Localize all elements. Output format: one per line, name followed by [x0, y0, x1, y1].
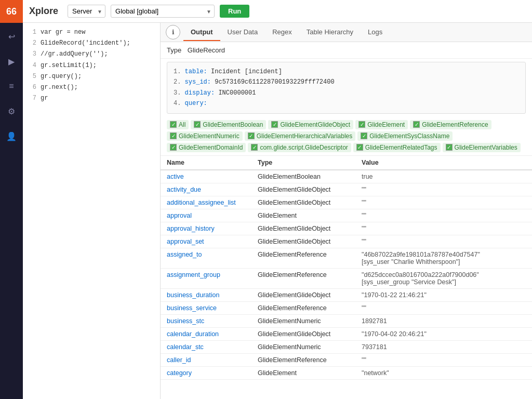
filter-badge-glideelementboolean[interactable]: GlideElementBoolean — [191, 120, 266, 129]
badge-label: GlideElementDomainId — [179, 144, 243, 151]
sidebar-icon-back[interactable]: ↩ — [0, 25, 23, 48]
info-button[interactable]: ℹ — [166, 25, 180, 39]
server-select[interactable]: Server — [68, 5, 105, 18]
cell-value: "" — [355, 209, 532, 222]
cell-value: "" — [355, 301, 532, 314]
line-text: gr — [41, 94, 48, 103]
badge-checkbox[interactable] — [358, 121, 365, 128]
output-area[interactable]: Type GlideRecord 1. table: Incident [inc… — [161, 42, 532, 399]
cell-type: GlideElement — [251, 209, 355, 222]
cell-type: GlideElementGlideObject — [251, 327, 355, 340]
tab-user-data[interactable]: User Data — [220, 24, 265, 41]
server-select-wrapper[interactable]: Server — [68, 5, 105, 18]
table-row: additional_assignee_listGlideElementGlid… — [161, 196, 532, 209]
record-line: 4. query: — [174, 98, 519, 109]
table-row: assigned_toGlideElementReference"46b8702… — [161, 248, 532, 268]
cell-type: GlideElement — [251, 366, 355, 379]
cell-value: "d625dccec0a8016700a222a0f7900d06"[sys_u… — [355, 268, 532, 288]
tab-regex[interactable]: Regex — [265, 24, 299, 41]
badge-checkbox[interactable] — [170, 132, 177, 139]
tab-output[interactable]: Output — [183, 24, 220, 41]
badge-checkbox[interactable] — [194, 121, 201, 128]
cell-name[interactable]: business_stc — [161, 314, 251, 327]
cell-name[interactable]: active — [161, 170, 251, 183]
badge-checkbox[interactable] — [170, 121, 177, 128]
table-row: assignment_groupGlideElementReference"d6… — [161, 268, 532, 288]
badge-checkbox[interactable] — [413, 121, 420, 128]
line-number: 6 — [27, 83, 36, 92]
sidebar-icon-run[interactable]: ▶ — [0, 50, 23, 73]
cell-value: "" — [355, 353, 532, 366]
cell-value: "1970-04-02 20:46:21" — [355, 327, 532, 340]
badge-checkbox[interactable] — [251, 144, 258, 151]
run-button[interactable]: Run — [220, 5, 249, 18]
cell-name[interactable]: approval — [161, 209, 251, 222]
filter-badge-glideelementhierarchicalvariables[interactable]: GlideElementHierarchicalVariables — [245, 131, 356, 141]
cell-type: GlideElementGlideObject — [251, 288, 355, 301]
cell-name[interactable]: category — [161, 366, 251, 379]
cell-name[interactable]: assignment_group — [161, 268, 251, 288]
cell-type: GlideElementNumeric — [251, 314, 355, 327]
filter-badge-all[interactable]: All — [167, 120, 189, 129]
tabs-container: OutputUser DataRegexTable HierarchyLogs — [183, 24, 390, 41]
tabs-bar: ℹ OutputUser DataRegexTable HierarchyLog… — [161, 23, 532, 42]
main-content: Xplore Server Global [global] Run 1var g… — [23, 0, 532, 399]
cell-value: "" — [355, 196, 532, 209]
filter-row: AllGlideElementBooleanGlideElementGlideO… — [161, 117, 532, 156]
filter-badge-com.glide.script.glidedescriptor[interactable]: com.glide.script.GlideDescriptor — [248, 143, 351, 152]
filter-badge-glideelementsysclassname[interactable]: GlideElementSysClassName — [357, 131, 453, 141]
badge-checkbox[interactable] — [271, 121, 278, 128]
filter-badge-glideelementrelatedtags[interactable]: GlideElementRelatedTags — [353, 143, 441, 152]
code-line: 2GlideRecord('incident'); — [23, 38, 160, 49]
badge-checkbox[interactable] — [361, 132, 367, 139]
sidebar-icon-user[interactable]: 👤 — [0, 125, 23, 148]
cell-name[interactable]: additional_assignee_list — [161, 196, 251, 209]
badge-checkbox[interactable] — [170, 144, 177, 151]
cell-name[interactable]: calendar_duration — [161, 327, 251, 340]
badge-checkbox[interactable] — [356, 144, 363, 151]
filter-badge-glideelementreference[interactable]: GlideElementReference — [410, 120, 491, 129]
cell-type: GlideElementGlideObject — [251, 196, 355, 209]
badge-label: GlideElement — [367, 121, 405, 128]
app-logo[interactable]: 66 — [0, 0, 23, 23]
filter-badge-glideelementdomainid[interactable]: GlideElementDomainId — [167, 143, 246, 152]
cell-value: "1970-01-22 21:46:21" — [355, 288, 532, 301]
cell-type: GlideElementReference — [251, 268, 355, 288]
cell-type: GlideElementNumeric — [251, 340, 355, 353]
record-box: 1. table: Incident [incident]2. sys_id: … — [167, 62, 526, 114]
line-text: gr.next(); — [41, 83, 78, 92]
table-body: activeGlideElementBooleantrueactivity_du… — [161, 170, 532, 380]
cell-name[interactable]: calendar_stc — [161, 340, 251, 353]
body-area: 1var gr = new2GlideRecord('incident');3/… — [23, 23, 532, 399]
cell-name[interactable]: business_duration — [161, 288, 251, 301]
table-row: calendar_durationGlideElementGlideObject… — [161, 327, 532, 340]
badge-label: GlideElementSysClassName — [369, 132, 449, 140]
badge-checkbox[interactable] — [248, 132, 255, 139]
badge-checkbox[interactable] — [446, 144, 453, 151]
record-line: 1. table: Incident [incident] — [174, 66, 519, 77]
code-line: 4gr.setLimit(1); — [23, 60, 160, 71]
type-label: Type — [167, 46, 181, 54]
filter-badge-glideelementnumeric[interactable]: GlideElementNumeric — [167, 131, 243, 141]
filter-badge-glideelementvariables[interactable]: GlideElementVariables — [443, 143, 521, 152]
scope-select-wrapper[interactable]: Global [global] — [111, 5, 215, 18]
tab-logs[interactable]: Logs — [361, 24, 390, 41]
table-row: business_stcGlideElementNumeric1892781 — [161, 314, 532, 327]
code-editor[interactable]: 1var gr = new2GlideRecord('incident');3/… — [23, 23, 161, 399]
filter-badge-glideelement[interactable]: GlideElement — [355, 120, 408, 129]
cell-name[interactable]: caller_id — [161, 353, 251, 366]
sidebar-icon-settings[interactable]: ⚙ — [0, 100, 23, 123]
cell-name[interactable]: business_service — [161, 301, 251, 314]
scope-select[interactable]: Global [global] — [111, 5, 215, 18]
tab-table-hierarchy[interactable]: Table Hierarchy — [299, 24, 361, 41]
table-row: activity_dueGlideElementGlideObject"" — [161, 183, 532, 196]
cell-name[interactable]: activity_due — [161, 183, 251, 196]
filter-badge-glideelementglideobject[interactable]: GlideElementGlideObject — [268, 120, 353, 129]
sidebar-icon-menu[interactable]: ≡ — [0, 75, 23, 98]
line-text: gr.setLimit(1); — [41, 61, 97, 71]
line-number: 5 — [27, 72, 36, 82]
cell-name[interactable]: approval_history — [161, 222, 251, 235]
cell-name[interactable]: approval_set — [161, 235, 251, 248]
table-row: caller_idGlideElementReference"" — [161, 353, 532, 366]
cell-name[interactable]: assigned_to — [161, 248, 251, 268]
